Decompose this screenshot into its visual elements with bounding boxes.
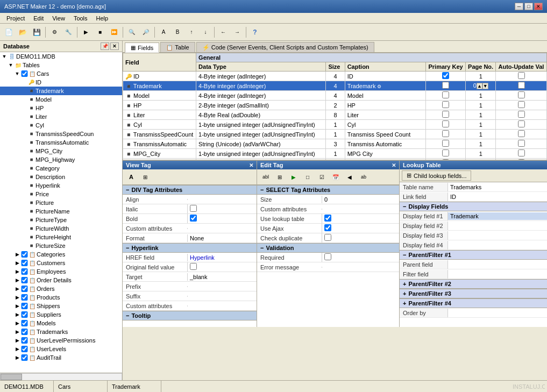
- tree-field-picture[interactable]: ◾ Picture: [0, 198, 122, 207]
- order-by-value[interactable]: [448, 312, 547, 313]
- validation-section-header[interactable]: − Validation: [257, 243, 399, 253]
- tree-shippers[interactable]: ▶ 📋 Shippers: [0, 302, 122, 310]
- models-toggle[interactable]: ▶: [14, 320, 20, 326]
- ulp-checkbox[interactable]: [20, 337, 28, 344]
- table-row[interactable]: ◾ Cyl 1-byte unsigned integer (adUnsigne…: [123, 120, 547, 130]
- close-button[interactable]: ✕: [534, 3, 543, 10]
- menu-view[interactable]: View: [48, 14, 69, 23]
- tree-orderdetails[interactable]: ▶ 📋 Order Details: [0, 276, 122, 284]
- cell-page-no[interactable]: 1: [466, 139, 496, 149]
- cell-auto-update[interactable]: [496, 101, 547, 110]
- display-field-1-value[interactable]: Trademark: [448, 212, 547, 220]
- toolbar-btn7[interactable]: 🔍: [125, 26, 138, 39]
- select-tag-section-header[interactable]: − SELECT Tag Attributes: [257, 185, 399, 195]
- prop-custom-attrs2-value[interactable]: [187, 305, 257, 307]
- cell-primary-key[interactable]: [426, 139, 466, 149]
- use-ajax-checkbox[interactable]: [324, 224, 331, 231]
- sidebar-hscroll[interactable]: [0, 373, 122, 380]
- tree-models[interactable]: ▶ 📋 Models: [0, 319, 122, 327]
- edit-tag-btn-abl2[interactable]: ab: [357, 170, 370, 183]
- suppliers-toggle[interactable]: ▶: [14, 311, 20, 318]
- filter-field-value[interactable]: [448, 274, 547, 275]
- cell-auto-update[interactable]: [496, 110, 547, 120]
- tables-toggle[interactable]: ▼: [8, 62, 14, 68]
- cell-auto-update[interactable]: [496, 91, 547, 101]
- edit-tag-btn-cal[interactable]: 📅: [329, 170, 342, 183]
- tree-field-model[interactable]: ◾ Model: [0, 95, 122, 104]
- tree-field-tsc[interactable]: ◾ TransmissSpeedCoun: [0, 130, 122, 138]
- tree-field-picturename[interactable]: ◾ PictureName: [0, 207, 122, 216]
- prop-target-value[interactable]: _blank: [187, 273, 257, 281]
- table-row[interactable]: ◾ TransmissAutomatic String (Unicode) (a…: [123, 139, 547, 149]
- tree-field-trademark[interactable]: ◾ Trademark: [0, 87, 122, 95]
- shippers-toggle[interactable]: ▶: [14, 303, 20, 309]
- prop-size-value[interactable]: 0: [322, 196, 399, 203]
- tree-root-db[interactable]: ▼ 🗄 DEMO11.MDB: [0, 52, 122, 61]
- tree-field-picturewidth[interactable]: ◾ PictureWidth: [0, 224, 122, 233]
- tree-field-pictureheight[interactable]: ◾ PictureHeight: [0, 233, 122, 241]
- tree-cars-node[interactable]: ▼ 📋 Cars: [0, 69, 122, 78]
- edit-tag-btn-left[interactable]: ◀: [343, 170, 356, 183]
- tree-field-picturetype[interactable]: ◾ PictureType: [0, 216, 122, 224]
- prop-error-msg-value[interactable]: [322, 267, 399, 268]
- cell-page-no[interactable]: 1: [466, 72, 496, 81]
- prop-suffix-value[interactable]: [187, 296, 257, 297]
- tree-userlevels[interactable]: ▶ 📋 UserLevels: [0, 345, 122, 353]
- display-field-3-value[interactable]: [448, 235, 547, 236]
- prop-bold-value[interactable]: [187, 214, 257, 223]
- prop-use-ajax-value[interactable]: [322, 224, 399, 233]
- parent-filter4-header[interactable]: + Parent/Filter #4: [400, 298, 547, 308]
- display-field-4-value[interactable]: [448, 245, 547, 246]
- toolbar-btn9[interactable]: A: [157, 26, 170, 39]
- cell-page-no[interactable]: 1: [466, 110, 496, 120]
- edit-tag-btn-grid[interactable]: ⊞: [273, 170, 286, 183]
- table-row[interactable]: ◾ TransmissSpeedCount 1-byte unsigned in…: [123, 130, 547, 139]
- employees-toggle[interactable]: ▶: [14, 268, 20, 275]
- toolbar-btn6[interactable]: ⏩: [108, 26, 120, 39]
- use-lookup-checkbox[interactable]: [324, 215, 331, 222]
- toolbar-btn11[interactable]: ↑: [185, 26, 198, 39]
- products-checkbox[interactable]: [20, 294, 28, 301]
- tree-field-cat[interactable]: ◾ Category: [0, 164, 122, 173]
- tree-root-toggle[interactable]: ▼: [1, 53, 8, 60]
- tree-field-mpgh[interactable]: ◾ MPG_Highway: [0, 155, 122, 164]
- cell-primary-key[interactable]: [426, 110, 466, 120]
- cell-primary-key[interactable]: [426, 120, 466, 130]
- hscroll-thumb[interactable]: [1, 374, 22, 380]
- div-tag-section-header[interactable]: − DIV Tag Attributes: [123, 185, 257, 195]
- toolbar-btn8[interactable]: 🔎: [139, 26, 152, 39]
- cell-primary-key[interactable]: [426, 91, 466, 101]
- prop-orig-field-value[interactable]: [187, 262, 257, 272]
- cell-auto-update[interactable]: [496, 81, 547, 91]
- tree-products[interactable]: ▶ 📋 Products: [0, 293, 122, 302]
- cell-primary-key[interactable]: [426, 72, 466, 81]
- prop-prefix-value[interactable]: [187, 286, 257, 287]
- tree-employees[interactable]: ▶ 📋 Employees: [0, 267, 122, 276]
- menu-edit[interactable]: Edit: [29, 14, 48, 23]
- menu-project[interactable]: Project: [2, 14, 29, 23]
- prop-check-dup-value[interactable]: [322, 233, 399, 243]
- categories-checkbox[interactable]: [20, 251, 28, 258]
- tree-field-hp[interactable]: ◾ HP: [0, 104, 122, 112]
- hscroll-track[interactable]: [0, 373, 122, 381]
- display-field-2-value[interactable]: [448, 225, 547, 226]
- tree-field-ta[interactable]: ◾ TransmissAutomatic: [0, 138, 122, 147]
- cell-auto-update[interactable]: [496, 72, 547, 81]
- table-row[interactable]: ◾ Trademark 4-Byte integer (adInteger) 4…: [123, 81, 547, 91]
- tree-field-liter[interactable]: ◾ Liter: [0, 112, 122, 121]
- edit-tag-btn-abl[interactable]: abl: [259, 170, 272, 183]
- parent-filter3-header[interactable]: + Parent/Filter #3: [400, 289, 547, 298]
- cell-page-no[interactable]: 1: [466, 91, 496, 101]
- italic-checkbox[interactable]: [190, 205, 197, 212]
- table-row[interactable]: ◾ HP 2-Byte integer (adSmallInt) 2 HP 1: [123, 101, 547, 110]
- edit-tag-btn-chk[interactable]: ☑: [315, 170, 328, 183]
- prop-custom-select-value[interactable]: [322, 209, 399, 210]
- cell-page-no[interactable]: 1: [466, 130, 496, 139]
- table-row[interactable]: ◾ MPG_City 1-byte unsigned integer (adUn…: [123, 149, 547, 159]
- tree-field-desc[interactable]: ◾ Description: [0, 173, 122, 181]
- toolbar-btn5[interactable]: ■: [94, 26, 106, 39]
- tree-field-price[interactable]: ◾ Price: [0, 190, 122, 198]
- cell-page-no[interactable]: 1: [466, 120, 496, 130]
- cell-page-no[interactable]: 1: [466, 149, 496, 159]
- customers-checkbox[interactable]: [20, 260, 28, 266]
